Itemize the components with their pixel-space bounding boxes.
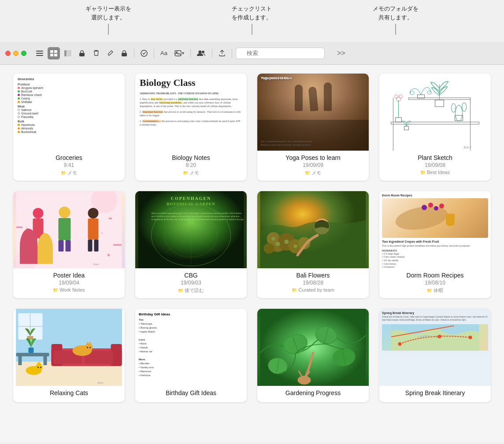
note-preview-gardening [257,309,369,386]
note-preview-groceries: Groceries Produce Arugula spinach Brocco… [13,74,125,151]
svg-rect-57 [88,240,93,252]
svg-point-14 [199,50,202,53]
cats-svg: Bob✓ [13,309,125,386]
svg-rect-3 [50,50,53,53]
note-card-birthday[interactable]: Birthday Gift Ideas Tim • Telescope • Bo… [135,309,247,402]
note-card-biology[interactable]: Biology Class ADDRESSING TROPHOBLASTS - … [135,74,247,181]
search-input[interactable] [236,48,325,59]
note-title-yoga: Yoga Poses to learn [262,154,364,161]
folder-icon-bio: 📁 [183,170,188,175]
note-card-dorm[interactable]: Dorm Room Recipes Two Ingredient Crepes [379,191,491,298]
lock-note-button[interactable] [118,47,130,59]
svg-point-108 [36,364,43,371]
note-folder-biology: 📁 メモ [140,170,242,176]
svg-point-88 [324,225,326,226]
svg-rect-2 [36,55,43,56]
note-preview-cats: Bob✓ [13,309,125,386]
note-preview-spring: Spring Break Itinerary Check out of hote… [379,309,491,386]
note-info-bali: Bali Flowers 19/08/28 📁 Curated by team [257,268,369,297]
note-card-bali[interactable]: Bali Flowers 19/08/28 📁 Curated by team [257,191,369,298]
compose-button[interactable] [104,47,116,59]
folder-icon-yoga: 📁 [305,170,310,175]
note-preview-yoga: Yoga poses to learn Do a handstand pose:… [257,74,369,151]
sidebar-toggle-button[interactable] [62,47,74,59]
note-info-dorm: Dorm Room Recipes 19/08/10 📁 休暇 [379,268,491,298]
maximize-button[interactable] [21,51,26,56]
note-card-yoga[interactable]: Yoga poses to learn Do a handstand pose:… [257,74,369,181]
gallery-view-button[interactable] [48,47,60,59]
separator-4 [212,49,212,58]
note-card-spring[interactable]: Spring Break Itinerary Check out of hote… [379,309,491,402]
format-button[interactable]: Aa [158,47,170,59]
note-preview-poster: Bob✓ [13,191,125,268]
svg-text:Bob✓: Bob✓ [98,381,105,384]
delete-button[interactable] [90,47,102,59]
checklist-button[interactable] [138,47,150,59]
note-info-plant: Plant Sketch 19/09/08 📁 Best Ideas [379,151,491,179]
note-title-dorm: Dorm Room Recipes [384,272,486,279]
note-card-gardening[interactable]: Gardening Progress [257,309,369,402]
list-view-button[interactable] [33,47,46,59]
bali-svg [257,191,369,268]
svg-point-133 [469,336,472,339]
svg-point-112 [40,367,41,368]
separator-5 [232,49,232,58]
svg-text:What a wonderful early spring : What a wonderful early spring day to vis… [152,212,242,215]
note-folder-dorm: 📁 休暇 [384,287,486,294]
note-card-groceries[interactable]: Groceries Produce Arugula spinach Brocco… [13,74,125,181]
svg-point-59 [26,228,28,229]
svg-text:Bob✓: Bob✓ [464,146,472,149]
svg-point-132 [438,335,441,338]
svg-rect-9 [79,53,85,56]
note-title-spring: Spring Break Itinerary [384,389,486,396]
svg-point-111 [37,367,39,368]
folder-icon-bali: 📁 [292,288,297,292]
svg-point-47 [33,208,44,218]
note-info-poster: Poster Idea 19/09/04 📁 Work Notes [13,268,125,297]
folder-icon-cbg: 📁 [178,288,183,293]
svg-rect-52 [59,218,71,240]
svg-text:to experience all that they ar: to experience all that they are, it was … [152,218,245,221]
svg-rect-58 [94,240,99,252]
note-preview-bali [257,191,369,268]
share-collaborators-button[interactable] [194,47,208,59]
note-title-bali: Bali Flowers [262,272,364,279]
svg-text:Bob✓: Bob✓ [93,263,100,266]
svg-rect-16 [382,74,488,151]
garden-svg [257,309,369,386]
svg-rect-116 [29,348,34,353]
minimize-button[interactable] [13,51,19,56]
svg-rect-0 [36,51,43,52]
note-preview-cbg: COPENHAGEN BOTANICAL GARDEN What a wonde… [135,191,247,268]
notes-grid: Groceries Produce Arugula spinach Brocco… [13,74,491,402]
svg-point-87 [319,225,320,226]
svg-text:are in full bloom and visiting: are in full bloom and visiting on this s… [152,215,241,218]
svg-rect-7 [64,50,67,56]
image-button[interactable]: ▾ [172,47,187,59]
svg-point-15 [202,51,204,53]
note-card-plant-sketch[interactable]: Bob✓ Plant Sketch 19/09/08 📁 Best Ideas [379,74,491,181]
annotation-folder-share: メモのフォルダを共有します。 [373,4,419,22]
svg-rect-5 [50,54,53,56]
svg-rect-6 [54,54,57,56]
annotation-checklist: チェックリストを作成します。 [232,4,272,22]
note-card-cbg[interactable]: COPENHAGEN BOTANICAL GARDEN What a wonde… [135,191,247,298]
note-title-gardening: Gardening Progress [262,389,364,396]
note-card-cats[interactable]: Bob✓ Relaxing Cats [13,309,125,402]
folder-icon-poster: 📁 [53,288,58,292]
note-date-dorm: 19/08/10 [384,280,486,286]
svg-rect-114 [19,356,22,365]
note-info-groceries: Groceries 9:41 📁 メモ [13,151,125,181]
expand-button[interactable]: >> [334,47,348,59]
lock-folder-button[interactable] [76,47,88,59]
note-folder-yoga: 📁 メモ [262,170,364,176]
note-card-poster[interactable]: Bob✓ Poster Idea 19/09/04 📁 Work Notes [13,191,125,298]
note-folder-groceries: 📁 メモ [18,170,120,176]
upload-button[interactable] [216,47,228,59]
svg-point-106 [89,347,91,348]
svg-rect-50 [39,238,44,252]
note-info-cats: Relaxing Cats [13,386,125,402]
note-title-poster: Poster Idea [18,272,120,279]
close-button[interactable] [5,51,11,56]
note-date-plant: 19/09/08 [384,162,486,168]
